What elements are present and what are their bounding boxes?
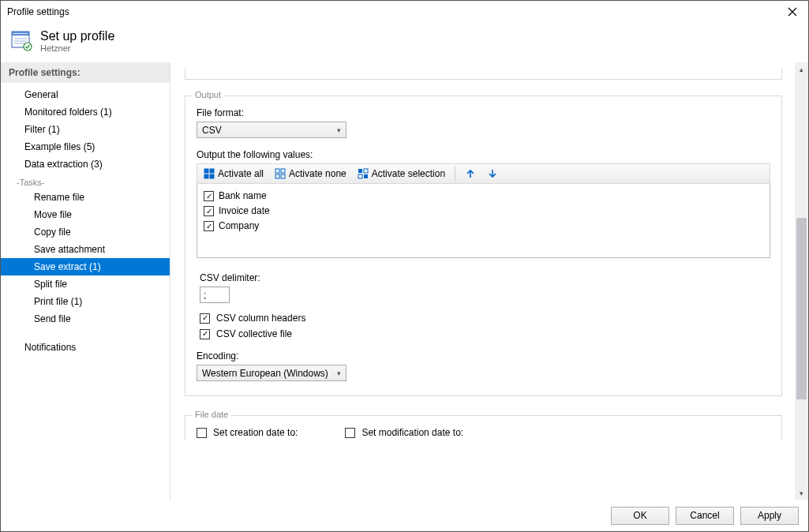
- set-modification-label: Set modification date to:: [361, 427, 463, 438]
- chevron-down-icon: ▾: [337, 369, 341, 377]
- svg-rect-16: [364, 169, 368, 173]
- csv-headers-checkbox[interactable]: [200, 313, 210, 324]
- svg-rect-14: [281, 174, 285, 178]
- window-title: Profile settings: [7, 6, 777, 17]
- activate-selection-button[interactable]: Activate selection: [354, 167, 448, 181]
- grid-none-icon: [275, 168, 286, 179]
- sidebar-heading: Profile settings:: [1, 62, 170, 83]
- output-legend: Output: [192, 90, 224, 99]
- file-format-select[interactable]: CSV ▾: [197, 122, 346, 138]
- checkbox-icon[interactable]: [204, 191, 214, 201]
- sidebar-task-print-file[interactable]: Print file (1): [1, 293, 170, 310]
- svg-rect-18: [364, 174, 368, 178]
- sidebar-task-save-attachment[interactable]: Save attachment: [1, 241, 170, 258]
- sidebar-task-rename-file[interactable]: Rename file: [1, 189, 170, 206]
- svg-rect-17: [358, 174, 362, 178]
- checkbox-icon[interactable]: [204, 221, 214, 231]
- cancel-button[interactable]: Cancel: [676, 507, 734, 525]
- list-item[interactable]: Invoice date: [204, 204, 763, 219]
- svg-rect-11: [275, 169, 279, 173]
- sidebar-item-filter[interactable]: Filter (1): [1, 121, 170, 138]
- svg-rect-13: [275, 174, 279, 178]
- set-creation-label: Set creation date to:: [213, 427, 298, 438]
- scroll-thumb[interactable]: [796, 218, 807, 399]
- close-icon[interactable]: [777, 1, 808, 23]
- encoding-value: Western European (Windows): [202, 368, 328, 379]
- sidebar-task-copy-file[interactable]: Copy file: [1, 223, 170, 241]
- sidebar-item-data-extraction[interactable]: Data extraction (3): [1, 155, 170, 173]
- arrow-up-icon: [465, 168, 476, 179]
- encoding-label: Encoding:: [197, 350, 770, 362]
- svg-rect-10: [210, 174, 214, 178]
- previous-panel-stub: [185, 69, 782, 80]
- sidebar-task-split-file[interactable]: Split file: [1, 275, 170, 293]
- content-pane: Output File format: CSV ▾ Output the fol…: [170, 62, 795, 500]
- apply-button[interactable]: Apply: [740, 507, 799, 525]
- encoding-select[interactable]: Western European (Windows) ▾: [197, 365, 346, 381]
- csv-delimiter-input[interactable]: ;: [200, 287, 230, 303]
- file-format-label: File format:: [197, 107, 770, 118]
- set-creation-checkbox[interactable]: [197, 428, 207, 438]
- ok-button[interactable]: OK: [611, 507, 669, 525]
- footer: OK Cancel Apply: [1, 500, 808, 531]
- file-date-legend: File date: [192, 410, 231, 419]
- sidebar-task-save-extract[interactable]: Save extract (1): [1, 258, 170, 275]
- activate-none-button[interactable]: Activate none: [272, 167, 350, 181]
- svg-rect-7: [204, 169, 208, 173]
- sidebar-item-monitored-folders[interactable]: Monitored folders (1): [1, 103, 170, 121]
- chevron-down-icon: ▾: [337, 126, 341, 134]
- output-values-label: Output the following values:: [197, 149, 770, 160]
- set-modification-checkbox[interactable]: [345, 428, 355, 438]
- sidebar-task-move-file[interactable]: Move file: [1, 206, 170, 223]
- csv-delimiter-label: CSV delimiter:: [200, 272, 770, 283]
- vertical-scrollbar[interactable]: ▴ ▾: [795, 62, 808, 500]
- list-item[interactable]: Company: [204, 219, 763, 234]
- file-format-value: CSV: [202, 125, 222, 136]
- sidebar-item-example-files[interactable]: Example files (5): [1, 138, 170, 155]
- svg-rect-9: [204, 174, 208, 178]
- checkbox-icon[interactable]: [204, 206, 214, 216]
- csv-headers-label: CSV column headers: [216, 313, 305, 324]
- sidebar-tasks-label: -Tasks-: [1, 173, 170, 189]
- page-title: Set up profile: [40, 29, 114, 43]
- file-date-fieldset: File date Set creation date to: Set modi…: [185, 415, 782, 440]
- csv-collective-label: CSV collective file: [216, 328, 292, 339]
- sidebar-task-send-file[interactable]: Send file: [1, 310, 170, 328]
- header: Set up profile Hetzner: [1, 23, 808, 62]
- sidebar-item-general[interactable]: General: [1, 86, 170, 103]
- values-toolbar: Activate all Activate none: [197, 163, 770, 184]
- csv-collective-checkbox[interactable]: [200, 329, 210, 339]
- svg-rect-15: [358, 169, 362, 173]
- svg-rect-8: [210, 169, 214, 173]
- activate-all-button[interactable]: Activate all: [200, 167, 267, 181]
- move-up-button[interactable]: [462, 167, 479, 181]
- grid-selection-icon: [358, 168, 369, 179]
- scroll-up-icon[interactable]: ▴: [795, 62, 808, 76]
- sidebar: Profile settings: General Monitored fold…: [1, 62, 170, 500]
- profile-icon: [10, 30, 32, 52]
- output-values-list[interactable]: Bank name Invoice date Company: [197, 184, 770, 258]
- list-item[interactable]: Bank name: [204, 189, 763, 204]
- scroll-track[interactable]: [795, 76, 808, 486]
- toolbar-separator: [455, 167, 455, 181]
- titlebar: Profile settings: [1, 1, 808, 23]
- page-subtitle: Hetzner: [40, 43, 114, 53]
- svg-rect-12: [281, 169, 285, 173]
- output-fieldset: Output File format: CSV ▾ Output the fol…: [185, 96, 782, 396]
- move-down-button[interactable]: [484, 167, 501, 181]
- arrow-down-icon: [487, 168, 498, 179]
- sidebar-item-notifications[interactable]: Notifications: [1, 339, 170, 356]
- grid-all-icon: [204, 168, 215, 179]
- scroll-down-icon[interactable]: ▾: [795, 486, 808, 500]
